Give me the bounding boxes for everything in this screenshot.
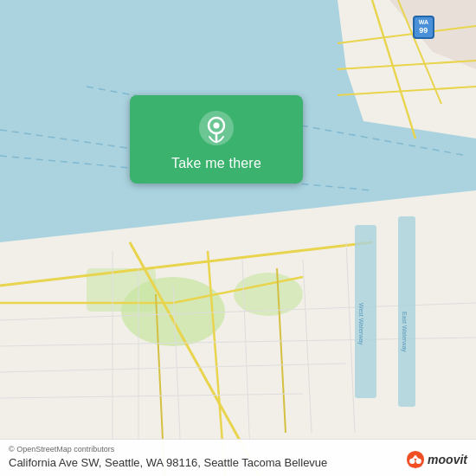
map-container: West Waterway East Waterway WA 99 Take m… [0,0,476,476]
action-card[interactable]: Take me there [130,95,303,183]
location-pin-icon [197,109,235,147]
wa99-badge: WA 99 [413,16,434,39]
svg-text:West Waterway: West Waterway [357,303,364,345]
address-line: California Ave SW, Seattle, WA 98116, Se… [9,456,467,469]
address-text: California Ave SW, Seattle, WA 98116, Se… [9,456,239,469]
svg-point-37 [214,123,220,129]
moovit-icon [406,450,425,469]
svg-point-40 [416,459,421,464]
attribution: © OpenStreetMap contributors [9,445,467,453]
moovit-text: moovit [428,453,467,466]
cities-label: Tacoma Bellevue [241,456,327,469]
take-me-there-button[interactable]: Take me there [171,156,261,171]
svg-text:East Waterway: East Waterway [401,312,408,352]
moovit-logo: moovit [406,450,467,469]
wa-label: WA [419,19,428,26]
route-number: 99 [419,26,428,35]
bottom-bar: © OpenStreetMap contributors California … [0,439,476,476]
map-svg: West Waterway East Waterway [0,0,476,476]
svg-rect-23 [355,225,376,398]
attribution-text: © OpenStreetMap contributors [9,445,114,453]
svg-point-39 [409,459,415,464]
svg-point-38 [407,451,424,468]
